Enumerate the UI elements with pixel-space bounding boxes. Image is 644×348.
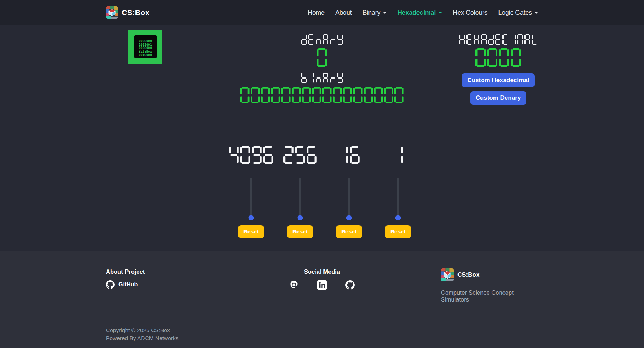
seven-segment-char <box>316 73 321 83</box>
seven-segment-char <box>474 34 479 45</box>
seven-segment-char <box>524 34 530 45</box>
powered-by-text: Powered By ADCM Networks <box>106 334 538 342</box>
seven-segment-char <box>337 34 343 45</box>
seven-segment-char <box>333 87 342 103</box>
seven-segment-char <box>263 146 273 164</box>
seven-segment-char <box>343 87 352 103</box>
footer-about-column: About Project GitHub <box>106 268 250 303</box>
custom-denary-button[interactable]: Custom Denary <box>470 91 527 105</box>
slider-thumb[interactable] <box>346 215 352 220</box>
seven-segment-char <box>459 34 465 45</box>
place-value-display <box>228 146 274 164</box>
seven-segment-char <box>281 87 291 103</box>
footer-social-column: Social Media <box>250 268 394 303</box>
seven-segment-char <box>251 87 260 103</box>
sliders-row: ResetResetResetReset <box>5 146 644 238</box>
slider-column-4096: Reset <box>235 146 267 238</box>
github-link[interactable]: GitHub <box>106 280 250 289</box>
seven-segment-char <box>394 87 404 103</box>
denary-label <box>300 34 344 45</box>
nav-item-home[interactable]: Home <box>308 9 325 17</box>
seven-segment-char <box>338 146 348 164</box>
copyright-text: Copyright © 2025 CS:Box <box>106 326 538 334</box>
github-icon <box>106 280 115 289</box>
seven-segment-char <box>301 73 307 83</box>
github-icon[interactable] <box>345 280 355 290</box>
reset-button[interactable]: Reset <box>385 225 411 238</box>
slider-track[interactable] <box>299 178 301 218</box>
slider-column-1: Reset <box>382 146 414 238</box>
hexadecimal-display <box>475 48 522 67</box>
footer-brand-column: CS:Box Computer Science Concept Simulato… <box>394 268 538 303</box>
reset-button[interactable]: Reset <box>287 225 313 238</box>
brand-title: CS:Box <box>122 8 149 17</box>
seven-segment-char <box>487 48 498 67</box>
hex-digit-slider[interactable] <box>248 178 254 218</box>
nav-item-label: About <box>335 9 352 17</box>
slider-track[interactable] <box>397 178 399 218</box>
csbox-logo-icon <box>106 6 118 19</box>
csbox-footer-logo-icon <box>441 268 454 281</box>
slider-track[interactable] <box>250 178 252 218</box>
reset-button[interactable]: Reset <box>238 225 264 238</box>
nav-item-hexadecimal[interactable]: Hexadecimal <box>397 9 442 17</box>
hex-digit-slider[interactable] <box>395 178 401 218</box>
bitbox-logo-line: 0010000 <box>135 54 156 57</box>
github-link-label: GitHub <box>118 281 138 288</box>
nav-item-binary[interactable]: Binary <box>363 9 387 17</box>
slider-column-256: Reset <box>284 146 316 238</box>
seven-segment-char <box>301 34 307 45</box>
seven-segment-char <box>302 87 311 103</box>
seven-segment-char <box>499 48 509 67</box>
main-content: 000000010010010000000Bit:Box0010000 Cust… <box>0 25 644 251</box>
hex-digit-slider[interactable] <box>297 178 303 218</box>
footer-divider <box>106 317 538 317</box>
seven-segment-char <box>330 73 336 83</box>
caret-down-icon <box>438 12 442 14</box>
seven-segment-char <box>384 87 394 103</box>
slider-thumb[interactable] <box>395 215 401 220</box>
brand-link[interactable]: CS:Box <box>106 6 149 19</box>
binary-label <box>300 73 344 83</box>
seven-segment-char <box>240 146 250 164</box>
bitbox-logo: 000000010010010000000Bit:Box0010000 <box>128 30 162 64</box>
seven-segment-char <box>307 146 317 164</box>
binary-display <box>240 87 404 103</box>
hexadecimal-label <box>459 34 538 45</box>
bitbox-window-graphic: 000000010010010000000Bit:Box0010000 <box>134 35 157 58</box>
footer-brand-title: CS:Box <box>457 271 479 278</box>
seven-segment-char <box>252 146 262 164</box>
seven-segment-char <box>312 87 322 103</box>
nav-item-logic-gates[interactable]: Logic Gates <box>498 9 538 17</box>
slider-column-16: Reset <box>333 146 365 238</box>
reset-button[interactable]: Reset <box>336 225 362 238</box>
slider-thumb[interactable] <box>298 215 303 220</box>
seven-segment-char <box>283 146 294 164</box>
slider-thumb[interactable] <box>249 215 254 220</box>
hex-digit-slider[interactable] <box>346 178 352 218</box>
custom-hexadecimal-button[interactable]: Custom Hexadecimal <box>462 73 535 87</box>
linkedin-icon[interactable] <box>317 280 327 290</box>
seven-segment-char <box>488 34 494 45</box>
seven-segment-char <box>229 146 239 164</box>
seven-segment-char <box>240 87 250 103</box>
nav-item-about[interactable]: About <box>335 9 352 17</box>
nav-item-label: Home <box>308 9 325 17</box>
place-value-display <box>337 146 361 164</box>
denary-display <box>316 48 328 67</box>
seven-segment-char <box>466 34 472 45</box>
seven-segment-char <box>481 34 487 45</box>
nav-item-hex-colours[interactable]: Hex Colours <box>453 9 487 17</box>
seven-segment-char <box>261 87 270 103</box>
seven-segment-char <box>364 87 373 103</box>
nav-item-label: Binary <box>363 9 381 17</box>
caret-down-icon <box>535 12 538 14</box>
seven-segment-char <box>322 87 332 103</box>
seven-segment-char <box>502 34 508 45</box>
caret-down-icon <box>383 12 386 14</box>
seven-segment-char <box>308 34 314 45</box>
seven-segment-char <box>323 34 328 45</box>
navbar: CS:Box HomeAboutBinaryHexadecimalHex Col… <box>0 0 644 25</box>
mastodon-icon[interactable] <box>289 280 299 290</box>
slider-track[interactable] <box>348 178 350 218</box>
